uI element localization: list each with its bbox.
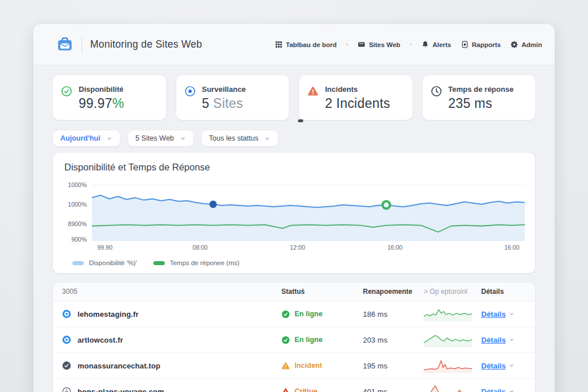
filter-label: Aujourd'hui bbox=[60, 134, 100, 142]
y-tick-label: 900% bbox=[71, 236, 87, 243]
chart-plot bbox=[92, 181, 525, 241]
status-badge: Incident bbox=[295, 362, 322, 370]
details-link[interactable]: Détails bbox=[481, 362, 506, 370]
y-tick-label: 1000% bbox=[68, 181, 87, 188]
sites-icon bbox=[358, 41, 365, 48]
sites-table: 3005 Stattuṡ Renapoemente > Op eptoroinl… bbox=[53, 282, 535, 392]
x-tick-label: 99.90 bbox=[97, 244, 112, 251]
legend-swatch bbox=[72, 261, 84, 265]
top-nav: Tablbau de bord Sites Web Alerts Rapport… bbox=[275, 41, 542, 48]
check-circle-icon bbox=[61, 86, 72, 97]
stat-label: Disponibilité bbox=[79, 85, 124, 94]
chevron-down-icon bbox=[180, 135, 186, 142]
response-time: 401 ms bbox=[363, 387, 424, 392]
table-body: lehomestaging.fr En ligne 186 ms Détails… bbox=[53, 301, 535, 392]
site-name: bons-plans-voyage.com bbox=[78, 387, 164, 392]
nav-dot-separator bbox=[410, 44, 412, 45]
sparkline bbox=[424, 306, 481, 321]
stat-value: 235 ms bbox=[448, 96, 514, 111]
favicon-target-icon bbox=[62, 335, 71, 344]
chart-y-axis: 1000%1000%8900%900% bbox=[63, 181, 92, 241]
filter-label: Tous les stattus bbox=[209, 134, 258, 142]
app-header: Monitoring de Sites Web Tablbau de bord … bbox=[33, 24, 555, 65]
stat-value: 5 Sites bbox=[202, 96, 246, 111]
table-row: artlowcost.fr En ligne 203 ms Détails bbox=[53, 327, 535, 353]
details-link[interactable]: Détails bbox=[481, 387, 506, 392]
nav-item-admin[interactable]: Admin bbox=[510, 41, 542, 48]
chevron-down-icon[interactable] bbox=[509, 389, 514, 392]
details-link[interactable]: Détails bbox=[481, 336, 506, 344]
nav-dot-separator bbox=[346, 44, 348, 45]
nav-item-label: Rapports bbox=[472, 41, 501, 48]
bell-icon bbox=[421, 41, 429, 48]
x-tick-label: 08:00 bbox=[192, 244, 207, 251]
chevron-down-icon[interactable] bbox=[509, 337, 514, 343]
nav-item-label: Sites Web bbox=[369, 41, 400, 48]
smudge-artifact bbox=[298, 119, 303, 122]
favicon-target-icon bbox=[62, 309, 71, 319]
status-badge: Critiue bbox=[295, 387, 318, 392]
table-header: 3005 Stattuṡ Renapoemente > Op eptoroinl… bbox=[53, 282, 535, 301]
stat-card: Temps de réponse 235 ms bbox=[423, 75, 536, 120]
table-row: bons-plans-voyage.com Critiue 401 ms Dét… bbox=[53, 379, 535, 392]
stat-card: Disponibilité 99.97% bbox=[53, 75, 166, 120]
stat-label: Incidents bbox=[325, 85, 390, 94]
chevron-down-icon bbox=[106, 135, 113, 142]
stat-label: Temps de réponse bbox=[448, 85, 514, 94]
site-name: monassurancechat.top bbox=[78, 362, 160, 370]
details-link[interactable]: Détails bbox=[481, 310, 506, 319]
header-extra: > Op eptoroinl bbox=[424, 288, 481, 296]
nav-item-tablbau-de-bord[interactable]: Tablbau de bord bbox=[275, 41, 337, 48]
nav-item-sites-web[interactable]: Sites Web bbox=[358, 41, 400, 48]
gear-icon bbox=[510, 41, 518, 48]
y-tick-label: 8900% bbox=[68, 220, 87, 227]
legend-swatch bbox=[153, 261, 165, 265]
filters-row: Aujourd'hui 5 Sites Web Tous les stattus bbox=[53, 130, 535, 146]
clock-icon bbox=[431, 86, 442, 97]
status-badge: En ligne bbox=[295, 336, 323, 344]
status-online-icon bbox=[281, 336, 290, 344]
nav-item-alerts[interactable]: Alerts bbox=[421, 41, 451, 48]
chart-x-axis: 99.9008:0012:0016:0016:00 bbox=[92, 243, 525, 254]
header-site: 3005 bbox=[62, 288, 281, 296]
filter-dropdown[interactable]: 5 Sites Web bbox=[128, 130, 194, 146]
favicon-globe-icon bbox=[62, 387, 71, 392]
table-row: monassurancechat.top Incident 195 ms Dét… bbox=[53, 353, 535, 379]
filter-dropdown[interactable]: Tous les stattus bbox=[202, 130, 278, 146]
sparkline bbox=[424, 358, 481, 373]
stat-card: Incidents 2 Incidents bbox=[299, 75, 412, 120]
nav-item-rapports[interactable]: Rapports bbox=[461, 41, 501, 48]
nav-item-label: Admin bbox=[521, 41, 542, 48]
status-critical-icon bbox=[281, 387, 290, 392]
site-name: lehomestaging.fr bbox=[78, 310, 138, 319]
page-title: Monitoring de Sites Web bbox=[90, 38, 202, 51]
response-time: 203 ms bbox=[363, 336, 424, 344]
status-online-icon bbox=[281, 310, 290, 319]
chevron-down-icon[interactable] bbox=[509, 363, 514, 368]
x-tick-label: 16:00 bbox=[388, 244, 403, 251]
site-name: artlowcost.fr bbox=[78, 336, 123, 344]
divider bbox=[82, 36, 82, 53]
filter-label: 5 Sites Web bbox=[136, 134, 174, 142]
header-details: Détails bbox=[481, 288, 523, 296]
grid-icon bbox=[275, 41, 283, 48]
nav-item-label: Tablbau de bord bbox=[286, 41, 337, 48]
legend-label: Temps de réponee (ms) bbox=[170, 259, 239, 266]
chevron-down-icon[interactable] bbox=[509, 311, 514, 317]
response-time: 195 ms bbox=[363, 362, 424, 370]
nav-item-label: Alerts bbox=[432, 41, 451, 48]
sparkline bbox=[424, 384, 481, 392]
report-icon bbox=[461, 41, 469, 48]
target-icon bbox=[184, 86, 196, 97]
table-row: lehomestaging.fr En ligne 186 ms Détails bbox=[53, 301, 535, 327]
header-response: Renapoemente bbox=[363, 288, 424, 296]
x-tick-label: 16:00 bbox=[504, 244, 519, 251]
stats-row: Disponibilité 99.97% Surveillance 5 Site… bbox=[53, 75, 535, 120]
chevron-down-icon bbox=[264, 135, 270, 142]
legend-item: Disponibilité '%)' bbox=[72, 259, 137, 266]
legend-item: Temps de réponee (ms) bbox=[153, 259, 239, 266]
favicon-check-icon bbox=[62, 361, 71, 370]
stat-value: 2 Incidents bbox=[325, 96, 390, 111]
filter-dropdown[interactable]: Aujourd'hui bbox=[53, 130, 120, 146]
sparkline bbox=[424, 332, 481, 347]
